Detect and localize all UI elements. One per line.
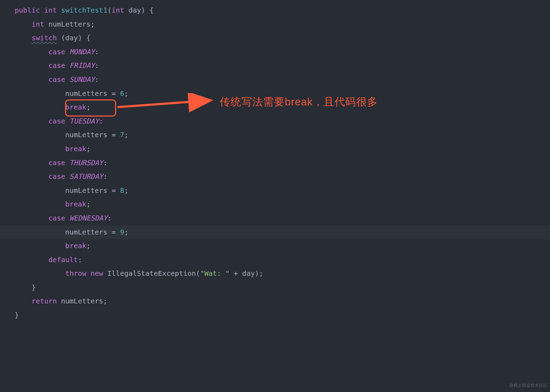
const-wednesday: WEDNESDAY — [70, 214, 107, 222]
code-editor[interactable]: public int switchTest1(int day) { int nu… — [15, 4, 550, 322]
keyword-break: break — [65, 145, 86, 153]
const-friday: FRIDAY — [70, 61, 95, 70]
keyword-throw: throw — [65, 269, 86, 278]
const-tuesday: TUESDAY — [70, 117, 99, 125]
class-name: IllegalStateException — [107, 269, 196, 278]
keyword-case: case — [48, 61, 65, 70]
keyword-int: int — [31, 20, 44, 28]
const-monday: MONDAY — [70, 48, 95, 56]
keyword-case: case — [48, 117, 65, 125]
watermark: @稀土掘金技术社区 — [509, 382, 547, 390]
keyword-switch: switch — [31, 34, 57, 42]
brace-close: } — [15, 311, 19, 319]
const-saturday: SATURDAY — [70, 172, 103, 181]
annotation-arrow-icon — [115, 93, 216, 114]
keyword-return: return — [31, 297, 57, 305]
keyword-int: int — [44, 6, 57, 14]
annotation-box — [65, 99, 116, 117]
string-literal: "Wat: " — [200, 269, 230, 278]
svg-line-1 — [118, 100, 209, 107]
paren: ( — [107, 6, 112, 14]
number-7: 7 — [120, 131, 124, 139]
var-numLetters: numLetters — [48, 20, 90, 28]
keyword-case: case — [48, 214, 65, 222]
code-block[interactable]: public int switchTest1(int day) { int nu… — [15, 4, 550, 322]
number-8: 8 — [120, 186, 124, 195]
keyword-case: case — [48, 159, 65, 167]
keyword-public: public — [15, 6, 40, 14]
paren: ) — [141, 6, 145, 14]
keyword-case: case — [48, 75, 65, 84]
param-name: day — [128, 6, 141, 14]
number-9: 9 — [120, 228, 124, 236]
keyword-break: break — [65, 200, 86, 208]
const-sunday: SUNDAY — [70, 75, 95, 84]
keyword-case: case — [48, 48, 65, 56]
brace: { — [149, 6, 154, 14]
const-thursday: THURSDAY — [70, 159, 103, 167]
brace-close: } — [31, 283, 36, 292]
param-type: int — [112, 6, 124, 14]
annotation-text: 传统写法需要break，且代码很多 — [220, 91, 378, 112]
keyword-new: new — [91, 269, 103, 278]
method-name: switchTest1 — [61, 6, 107, 14]
keyword-default: default — [48, 255, 78, 264]
keyword-case: case — [48, 172, 65, 181]
keyword-break: break — [65, 241, 86, 250]
